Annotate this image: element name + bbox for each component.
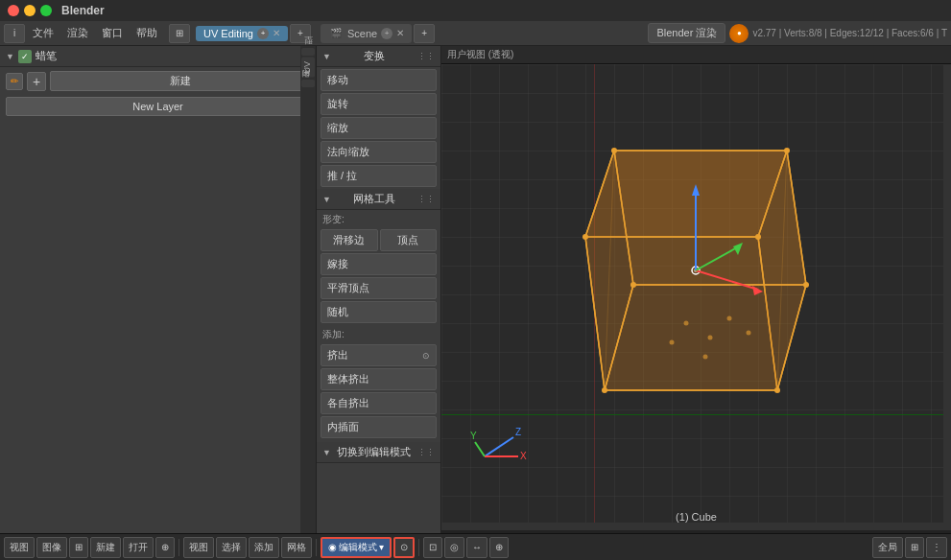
grease-pencil-label: 蜡笔: [36, 49, 57, 63]
tab-uv-editing[interactable]: UV Editing + ✕: [196, 26, 288, 41]
side-tab-print[interactable]: 印刷: [301, 80, 315, 87]
status-image-label: 图像: [42, 541, 61, 554]
info-icon[interactable]: i: [4, 24, 25, 43]
tool-slide-edge[interactable]: 滑移边: [321, 229, 378, 251]
svg-point-8: [611, 148, 617, 153]
status-global-btn[interactable]: 全局: [872, 537, 903, 558]
tool-scale[interactable]: 缩放: [321, 117, 437, 139]
add-scene-icon[interactable]: +: [414, 24, 435, 43]
menu-file[interactable]: 文件: [27, 24, 59, 42]
status-image-btn[interactable]: 图像: [36, 537, 67, 558]
viewport-scrollbar-vertical[interactable]: [943, 64, 951, 530]
tool-move[interactable]: 移动: [321, 69, 437, 91]
add-tab-icon[interactable]: +: [290, 24, 311, 43]
viewport-scrollbar-horizontal[interactable]: [441, 523, 943, 530]
tab-uv-editing-x[interactable]: ✕: [273, 28, 280, 38]
grid-icon[interactable]: ⊞: [169, 24, 190, 43]
transform-menu-icon[interactable]: ⋮⋮: [417, 52, 435, 61]
axes-svg: Z X Y: [470, 413, 528, 471]
switch-mode-menu-icon[interactable]: ⋮⋮: [417, 448, 435, 457]
main-content: ▼ ✓ 蜡笔 ⋮ ✏ + 新建 New Layer 型 UV 印刷 ▼ 变换 ⋮…: [0, 46, 951, 533]
tool-weld[interactable]: 嫁接: [321, 253, 437, 275]
status-divider-1: [178, 539, 179, 556]
extrude-select-btn[interactable]: 挤出 ⊙: [321, 344, 437, 366]
viewport-title: 用户视图 (透视): [447, 48, 513, 61]
collapse-arrow-icon[interactable]: ▼: [6, 52, 14, 61]
mesh-tools-collapse-icon: ▼: [322, 195, 331, 204]
status-add-btn[interactable]: 添加: [249, 537, 279, 558]
scene-icon: 🎬: [328, 26, 344, 41]
viewport-shading-btn[interactable]: ⊙: [393, 537, 415, 558]
minimize-button[interactable]: [24, 5, 36, 16]
transform-section-title: 变换: [364, 49, 385, 63]
extrude-label: 挤出: [327, 348, 348, 362]
edit-mode-btn[interactable]: ◉ 编辑模式 ▾: [321, 537, 392, 558]
status-transform-icon[interactable]: ↔: [466, 537, 487, 558]
close-button[interactable]: [8, 5, 19, 16]
status-view-label: 视图: [10, 541, 29, 554]
status-extra-btn[interactable]: ⊕: [155, 537, 175, 558]
render-engine-btn[interactable]: Blender 渲染: [648, 23, 725, 43]
edit-mode-dropdown: ▾: [379, 542, 384, 552]
axes-widget: Z X Y: [470, 413, 528, 473]
status-open-btn[interactable]: 打开: [123, 537, 154, 558]
menu-help[interactable]: 帮助: [131, 24, 163, 42]
side-tab-type[interactable]: 型: [301, 48, 315, 56]
menu-window[interactable]: 窗口: [96, 24, 129, 42]
status-proportional-btn[interactable]: ◎: [444, 537, 464, 558]
tool-rotate[interactable]: 旋转: [321, 93, 437, 115]
transform-section-header[interactable]: ▼ 变换 ⋮⋮: [317, 46, 440, 67]
tool-smooth-vertex[interactable]: 平滑顶点: [321, 277, 437, 299]
status-grid-icon-btn[interactable]: ⊞: [69, 537, 88, 558]
status-divider-3: [418, 539, 419, 556]
status-select-btn[interactable]: 选择: [216, 537, 247, 558]
svg-point-10: [803, 282, 809, 288]
svg-point-14: [774, 387, 780, 393]
tool-inset-faces[interactable]: 内插面: [321, 416, 437, 438]
status-add-label: 添加: [254, 541, 273, 554]
extrude-dropdown-icon: ⊙: [422, 351, 430, 361]
tool-vertex[interactable]: 顶点: [380, 229, 438, 251]
svg-line-30: [485, 437, 513, 456]
new-btn-area: ✏ + 新建: [0, 67, 316, 95]
viewport-canvas[interactable]: Z X Y (1) Cube: [441, 64, 951, 530]
status-view-right-label: 视图: [189, 541, 208, 554]
grease-pencil-panel: ▼ ✓ 蜡笔 ⋮ ✏ + 新建 New Layer 型 UV 印刷: [0, 46, 317, 533]
status-new-btn[interactable]: 新建: [90, 537, 121, 558]
tool-extrude-each[interactable]: 各自挤出: [321, 392, 437, 414]
tool-randomize[interactable]: 随机: [321, 301, 437, 323]
side-tab-uv[interactable]: UV: [301, 58, 315, 78]
add-label: 添加:: [317, 325, 440, 342]
status-view-btn-left[interactable]: 视图: [4, 537, 35, 558]
tool-push-pull[interactable]: 推 / 拉: [321, 165, 437, 187]
svg-marker-5: [605, 285, 806, 390]
menubar: i 文件 渲染 窗口 帮助 ⊞ UV Editing + ✕ + 🎬 Scene…: [0, 21, 951, 46]
switch-mode-header[interactable]: ▼ 切换到编辑模式 ⋮⋮: [317, 442, 440, 463]
menu-render[interactable]: 渲染: [61, 24, 94, 42]
cube-svg: [537, 112, 864, 419]
switch-mode-collapse-icon: ▼: [322, 448, 331, 457]
status-orientation-icon[interactable]: ⊕: [489, 537, 509, 558]
status-snap-btn[interactable]: ⊡: [423, 537, 442, 558]
new-button[interactable]: 新建: [50, 71, 310, 91]
tool-normal-scale[interactable]: 法向缩放: [321, 141, 437, 163]
tool-extrude-all[interactable]: 整体挤出: [321, 368, 437, 390]
tab-scene[interactable]: 🎬 Scene + ✕: [321, 24, 412, 43]
status-extra-right-btn[interactable]: ⋮: [926, 537, 947, 558]
svg-point-13: [755, 234, 761, 240]
status-last-btn[interactable]: ⊞: [905, 537, 924, 558]
maximize-button[interactable]: [40, 5, 52, 16]
version-info: v2.77 | Verts:8/8 | Edges:12/12 | Faces:…: [752, 28, 947, 38]
pencil-icon: ✏: [6, 73, 23, 90]
viewport[interactable]: 用户视图 (透视): [441, 46, 951, 533]
tab-uv-editing-close[interactable]: +: [257, 28, 269, 39]
tab-scene-x[interactable]: ✕: [396, 28, 404, 38]
new-layer-button[interactable]: New Layer: [6, 97, 310, 116]
status-view-btn-right[interactable]: 视图: [183, 537, 214, 558]
tab-scene-close[interactable]: +: [381, 28, 392, 39]
grease-pencil-checkbox[interactable]: ✓: [18, 50, 32, 63]
mesh-tools-section-header[interactable]: ▼ 网格工具 ⋮⋮: [317, 189, 440, 210]
add-layer-btn[interactable]: +: [27, 72, 46, 91]
svg-point-11: [630, 282, 636, 288]
mesh-tools-menu-icon[interactable]: ⋮⋮: [417, 195, 435, 204]
